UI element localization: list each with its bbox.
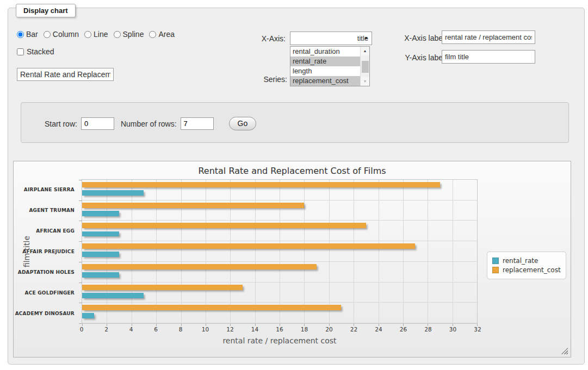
xaxis-tick-label: 0 [80, 326, 84, 333]
chart-type-label: Bar [26, 30, 38, 39]
chart-type-radio-spline[interactable] [114, 31, 121, 38]
bar-rental_rate[interactable] [82, 272, 119, 278]
resize-handle-icon[interactable] [561, 348, 568, 354]
stacked-label: Stacked [27, 47, 54, 56]
chart-category-row [82, 241, 477, 262]
bar-replacement_cost[interactable] [82, 243, 415, 249]
xaxis-tick-label: 10 [202, 326, 209, 333]
series-option-replacement_cost[interactable]: replacement_cost [290, 76, 360, 86]
select-dropdown-arrow-icon: ▼ [364, 36, 368, 41]
chart-type-label: Line [94, 30, 108, 39]
chart-category-labels: AIRPLANE SIERRAAGENT TRUMANAFRICAN EGGAF… [15, 179, 79, 324]
yaxis-label-label: Y-Axis label: [389, 53, 447, 62]
scroll-up-icon[interactable]: ▲ [361, 47, 369, 55]
bar-rental_rate[interactable] [82, 211, 119, 216]
series-option-length[interactable]: length [290, 66, 360, 76]
chart-type-label: Area [158, 30, 175, 39]
scroll-down-icon[interactable]: ▼ [361, 77, 369, 86]
yaxis-tick-mark [79, 200, 82, 201]
chart-xaxis-title: rental rate / replacement cost [82, 336, 478, 345]
xaxis-tick-label: 26 [400, 326, 407, 333]
chart-type-radio-column[interactable] [44, 31, 51, 38]
bar-rental_rate[interactable] [82, 190, 144, 196]
chart-category-row [82, 200, 477, 221]
xaxis-tick-label: 32 [474, 326, 481, 333]
xaxis-tick-label: 4 [129, 326, 133, 333]
yaxis-tick-mark [79, 221, 82, 221]
series-label: Series: [262, 75, 287, 84]
legend-item-replacement_cost[interactable]: replacement_cost [492, 266, 561, 274]
xaxis-label-label: X-Axis label: [389, 34, 447, 42]
category-label: AGENT TRUMAN [15, 200, 79, 221]
chart-category-row [82, 262, 477, 283]
series-options: rental_durationrental_ratelengthreplacem… [290, 47, 360, 86]
chart-title-input[interactable] [17, 68, 114, 81]
category-label: AIRPLANE SIERRA [15, 179, 79, 200]
fieldset-legend: Display chart [16, 4, 76, 17]
stacked-option[interactable]: Stacked [17, 47, 54, 56]
xaxis-tick-label: 18 [301, 326, 308, 333]
xaxis-tick-label: 16 [276, 326, 283, 333]
xaxis-tick-label: 6 [154, 326, 158, 333]
chart-type-column[interactable]: Column [44, 30, 79, 39]
chart-type-radio-line[interactable] [84, 31, 91, 38]
chart-title: Rental Rate and Replacement Cost of Film… [14, 166, 571, 176]
xaxis-tick-label: 20 [325, 326, 332, 333]
category-label: ACADEMY DINOSAUR [15, 303, 79, 324]
yaxis-tick-mark [79, 323, 82, 324]
yaxis-tick-mark [79, 180, 82, 180]
bar-rental_rate[interactable] [82, 252, 119, 257]
row-range-panel: Start row: Number of rows: Go [21, 102, 569, 143]
category-label: ADAPTATION HOLES [15, 262, 79, 283]
app-page: Display chart BarColumnLineSplineArea St… [0, 0, 588, 370]
chart-type-radio-area[interactable] [149, 31, 156, 38]
category-label: ACE GOLDFINGER [15, 283, 79, 303]
display-chart-fieldset: Display chart BarColumnLineSplineArea St… [8, 8, 585, 365]
series-option-rental_duration[interactable]: rental_duration [290, 47, 360, 57]
legend-label: rental_rate [503, 257, 538, 265]
chart-category-row [82, 303, 477, 323]
series-option-rental_rate[interactable]: rental_rate [290, 57, 360, 66]
listbox-scrollbar[interactable]: ▲ ▼ [360, 47, 369, 86]
chart-type-spline[interactable]: Spline [114, 30, 144, 39]
bar-replacement_cost[interactable] [82, 264, 317, 269]
go-button[interactable]: Go [229, 117, 257, 130]
yaxis-tick-mark [79, 303, 82, 303]
category-label: AFFAIR PREJUDICE [15, 241, 79, 262]
bar-replacement_cost[interactable] [82, 305, 341, 310]
start-row-label: Start row: [45, 120, 77, 128]
xaxis-select-label: X-Axis: [262, 34, 286, 43]
bar-replacement_cost[interactable] [82, 203, 304, 208]
xaxis-label-input[interactable] [442, 30, 535, 44]
yaxis-tick-mark [79, 262, 82, 262]
bar-rental_rate[interactable] [82, 293, 144, 298]
series-listbox[interactable]: rental_durationrental_ratelengthreplacem… [290, 46, 370, 86]
chart-type-area[interactable]: Area [149, 30, 175, 39]
bar-replacement_cost[interactable] [82, 182, 440, 187]
bar-rental_rate[interactable] [82, 231, 119, 237]
start-row-input[interactable] [81, 117, 114, 130]
num-rows-input[interactable] [181, 117, 214, 130]
xaxis-tick-label: 22 [350, 326, 357, 333]
chart-type-radio-bar[interactable] [17, 31, 24, 38]
xaxis-tick-label: 24 [375, 326, 382, 333]
chart-type-line[interactable]: Line [84, 30, 108, 39]
num-rows-label: Number of rows: [121, 120, 177, 128]
chart-plot-area [82, 179, 478, 324]
xaxis-tick-label: 2 [104, 326, 108, 333]
chart-type-bar[interactable]: Bar [17, 30, 38, 39]
legend-item-rental_rate[interactable]: rental_rate [492, 257, 561, 265]
xaxis-tick-label: 8 [179, 326, 183, 333]
bar-replacement_cost[interactable] [82, 285, 243, 290]
chart-category-row [82, 283, 477, 303]
stacked-checkbox[interactable] [17, 48, 24, 55]
chart-type-label: Column [53, 30, 79, 39]
legend-label: replacement_cost [503, 266, 561, 274]
xaxis-tick-label: 14 [251, 326, 258, 333]
bar-rental_rate[interactable] [82, 313, 94, 318]
yaxis-label-input[interactable] [442, 50, 535, 64]
bar-replacement_cost[interactable] [82, 223, 366, 228]
xaxis-select[interactable]: title ▼ [290, 32, 372, 45]
scrollbar-thumb[interactable] [362, 61, 369, 73]
xaxis-tick-label: 30 [449, 326, 456, 333]
